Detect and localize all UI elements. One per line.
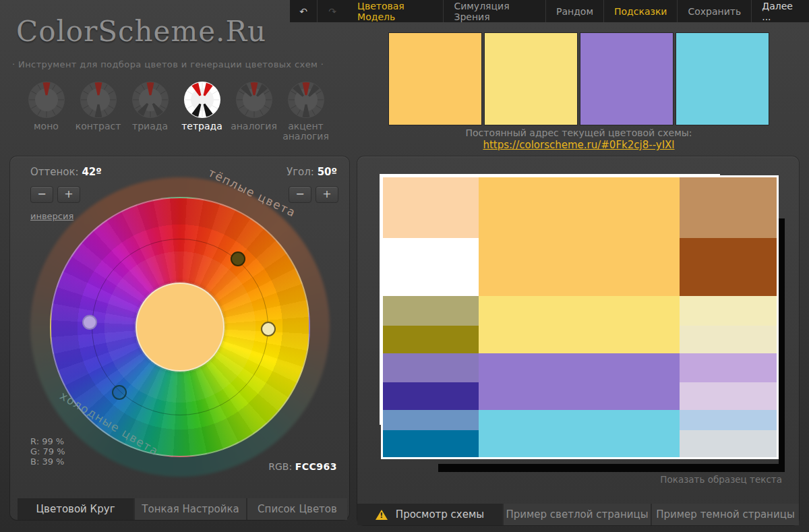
right-panel-tabs: Просмотр схемыПример светлой страницыПри… <box>357 504 799 525</box>
mode-wheel-icon <box>235 81 273 119</box>
tab-right-1[interactable]: Просмотр схемы <box>357 504 502 525</box>
tab-right-2[interactable]: Пример светлой страницы <box>502 504 651 525</box>
variant-right-1[interactable] <box>680 410 777 430</box>
tab-label: Тонкая Настройка <box>142 503 239 515</box>
variant-left-1[interactable] <box>383 177 479 238</box>
top-menubar: ↶ ↷ Цветовая МодельСимуляция ЗренияРандо… <box>290 0 809 22</box>
tab-left-2[interactable]: Тонкая Настройка <box>133 498 246 520</box>
tab-label: Список Цветов <box>258 503 337 515</box>
scheme-swatch-4[interactable] <box>676 32 769 125</box>
mode-label: моно <box>20 121 72 131</box>
hue-plus-button[interactable]: + <box>57 186 80 203</box>
variant-right-2[interactable] <box>680 238 777 296</box>
permalink-caption: Постоянный адрес текущей цветовой схемы: <box>388 127 769 138</box>
mode-контраст[interactable]: контраст <box>72 81 124 142</box>
angle-label: Угол: 50º <box>287 166 337 178</box>
mode-label: триада <box>124 121 176 131</box>
tab-label: Пример темной страницы <box>656 508 794 521</box>
mode-wheel-icon <box>287 81 325 119</box>
mode-аналогия[interactable]: аналогия <box>228 81 280 142</box>
rgb-hex-value: FCC963 <box>295 461 337 472</box>
mode-label: акцент аналогия <box>280 121 332 142</box>
marker-purple[interactable] <box>82 315 97 330</box>
variant-main[interactable] <box>479 177 680 296</box>
angle-caption: Угол: <box>287 166 314 178</box>
hue-value: 42º <box>82 166 101 178</box>
variant-right-2[interactable] <box>680 430 777 457</box>
variant-left-1[interactable] <box>383 296 479 326</box>
variant-left-2[interactable] <box>383 430 479 457</box>
menu-item-3[interactable]: Рандом <box>545 0 603 22</box>
left-panel-tabs: Цветовой КругТонкая НастройкаСписок Цвет… <box>18 498 347 520</box>
tab-label: Цветовой Круг <box>36 503 115 515</box>
show-text-sample-link[interactable]: Показать образец текста <box>660 474 782 485</box>
angle-plus-button[interactable]: + <box>316 186 338 203</box>
preview-group-2 <box>383 296 777 353</box>
mode-моно[interactable]: моно <box>20 81 72 142</box>
tab-right-3[interactable]: Пример темной страницы <box>651 504 799 525</box>
variant-right-1[interactable] <box>680 177 777 238</box>
tab-left-3[interactable]: Список Цветов <box>246 498 347 520</box>
rgb-hex-output: RGB: FCC963 <box>268 461 337 472</box>
marker-teal[interactable] <box>112 385 127 400</box>
scheme-swatch-2[interactable] <box>484 32 578 125</box>
variant-main[interactable] <box>479 353 680 410</box>
variant-left-2[interactable] <box>383 238 479 296</box>
rgb-caption: RGB: <box>268 461 292 472</box>
variant-left-2[interactable] <box>383 382 479 410</box>
variant-right-1[interactable] <box>680 353 777 382</box>
scheme-preview-panel: Показать образец текста Просмотр схемыПр… <box>357 156 799 525</box>
scheme-swatch-3[interactable] <box>580 32 673 125</box>
angle-minus-button[interactable]: − <box>289 186 311 203</box>
preview-shadow-right <box>779 218 785 472</box>
variant-left-1[interactable] <box>383 353 479 382</box>
permalink-url[interactable]: https://colorscheme.ru/#0Fk2cj8--yIXl <box>388 139 769 151</box>
variant-left-1[interactable] <box>383 410 479 430</box>
color-wheel-panel: Оттенок: 42º − + инверсия Угол: 50º − + … <box>10 156 349 520</box>
green-percent: G: 79 % <box>30 446 65 456</box>
mode-акцент-аналогия[interactable]: акцент аналогия <box>280 81 332 142</box>
menu-item-2[interactable]: Симуляция Зрения <box>443 0 545 22</box>
marker-main[interactable] <box>231 252 245 266</box>
mode-label: аналогия <box>228 121 280 131</box>
undo-icon[interactable]: ↶ <box>290 0 317 22</box>
menu-item-5[interactable]: Сохранить <box>677 0 751 22</box>
scheme-swatches <box>388 32 769 125</box>
site-tagline: · Инструмент для подбора цветов и генера… <box>12 59 324 69</box>
variant-left-2[interactable] <box>383 326 479 353</box>
tab-left-1[interactable]: Цветовой Круг <box>18 498 133 520</box>
variant-main[interactable] <box>479 410 680 457</box>
mode-label: тетрада <box>176 121 228 131</box>
variant-main[interactable] <box>479 296 680 353</box>
hue-caption: Оттенок: <box>30 166 79 178</box>
menu-item-6[interactable]: Далее ... <box>751 0 809 22</box>
mode-тетрада[interactable]: тетрада <box>176 81 228 142</box>
mode-wheel-icon <box>80 81 117 119</box>
marker-yellow[interactable] <box>261 322 276 336</box>
preview-group-1 <box>383 177 777 296</box>
variant-right-2[interactable] <box>680 382 777 410</box>
invert-link[interactable]: инверсия <box>30 211 73 221</box>
redo-icon[interactable]: ↷ <box>317 0 347 22</box>
variant-right-1[interactable] <box>680 296 777 326</box>
blue-percent: B: 39 % <box>30 456 65 467</box>
tab-label: Просмотр схемы <box>396 508 484 521</box>
mode-триада[interactable]: триада <box>124 81 176 142</box>
hue-minus-button[interactable]: − <box>30 186 53 203</box>
current-color-disc <box>136 283 224 372</box>
scheme-mode-selector: моноконтрасттриадатетрадааналогияакцент … <box>20 81 337 142</box>
scheme-swatch-1[interactable] <box>388 32 482 125</box>
rgb-percentages: R: 99 % G: 79 % B: 39 % <box>30 436 65 467</box>
tab-label: Пример светлой страницы <box>506 508 648 521</box>
mode-label: контраст <box>72 121 124 131</box>
preview-group-4 <box>383 410 777 457</box>
warning-icon <box>376 510 388 520</box>
site-logo[interactable]: ColorScheme.Ru <box>16 15 266 48</box>
preview-group-3 <box>383 353 777 410</box>
menu-item-1[interactable]: Цветовая Модель <box>347 0 443 22</box>
preview-card <box>381 175 779 459</box>
menu-item-4[interactable]: Подсказки <box>603 0 678 22</box>
variant-right-2[interactable] <box>680 326 777 353</box>
angle-value: 50º <box>318 166 337 178</box>
mode-wheel-icon <box>183 81 221 119</box>
